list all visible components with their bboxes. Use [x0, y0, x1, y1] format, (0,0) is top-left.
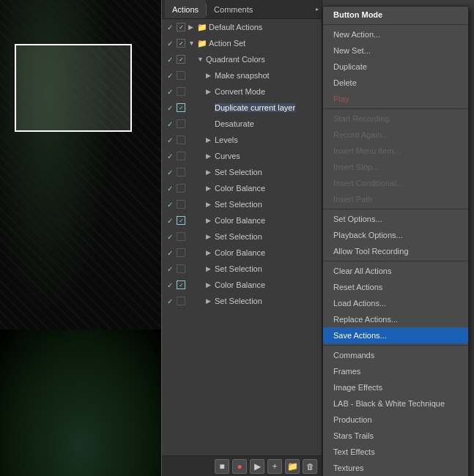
- menu-item-label: Delete: [333, 78, 357, 87]
- action-row[interactable]: ✓▶Set Selection: [162, 261, 322, 277]
- expand-arrow[interactable]: ▶: [206, 249, 213, 256]
- menu-item-stars-trails[interactable]: Stars Trails: [323, 428, 468, 444]
- action-row[interactable]: ✓▶Make snapshot: [162, 67, 322, 83]
- tab-comments[interactable]: Comments: [207, 0, 260, 18]
- menu-separator: [323, 345, 468, 346]
- action-row[interactable]: ✓✓▼📁Action Set: [162, 35, 322, 51]
- checkbox[interactable]: [177, 232, 185, 241]
- expand-arrow[interactable]: ▶: [206, 136, 213, 144]
- menu-item-label: Insert Path: [333, 195, 372, 204]
- menu-item-reset-actions[interactable]: Reset Actions: [323, 279, 468, 295]
- menu-item-set-options---[interactable]: Set Options...: [323, 211, 468, 227]
- new-action-button[interactable]: +: [267, 459, 282, 474]
- expand-arrow[interactable]: ▶: [206, 281, 213, 289]
- menu-separator: [323, 108, 468, 109]
- action-label: Levels: [215, 135, 238, 144]
- expand-arrow[interactable]: ▶: [206, 265, 213, 272]
- menu-item-text-effects[interactable]: Text Effects: [323, 444, 468, 460]
- new-set-button[interactable]: 📁: [285, 459, 300, 474]
- checkbox[interactable]: [177, 248, 185, 257]
- action-row[interactable]: ✓▶Set Selection: [162, 196, 322, 212]
- action-row[interactable]: ✓▶Color Balance: [162, 245, 322, 261]
- expand-arrow[interactable]: ▶: [206, 88, 213, 95]
- menu-item-new-set---[interactable]: New Set...: [323, 42, 468, 59]
- menu-item-commands[interactable]: Commands: [323, 347, 468, 363]
- menu-item-record-again---: Record Again...: [323, 127, 468, 143]
- checkbox[interactable]: [177, 200, 185, 209]
- play-button[interactable]: ▶: [250, 459, 264, 474]
- action-row[interactable]: ✓▶Convert Mode: [162, 83, 322, 100]
- checkbox[interactable]: [177, 152, 185, 160]
- menu-item-textures[interactable]: Textures: [323, 460, 468, 476]
- menu-item-label: Insert Stop...: [333, 163, 379, 171]
- action-row[interactable]: ✓▶Color Balance: [162, 180, 322, 196]
- menu-item-label: Insert Conditional...: [333, 179, 403, 187]
- checkbox[interactable]: [177, 87, 185, 96]
- checkbox[interactable]: ✓: [177, 23, 185, 31]
- menu-item-allow-tool-recording[interactable]: Allow Tool Recording: [323, 243, 468, 259]
- checkbox[interactable]: ✓: [177, 39, 185, 48]
- delete-button[interactable]: 🗑: [303, 459, 317, 474]
- action-row[interactable]: ✓Desaturate: [162, 116, 322, 132]
- expand-arrow[interactable]: ▶: [206, 201, 213, 208]
- menu-item-image-effects[interactable]: Image Effects: [323, 379, 468, 395]
- expand-arrow[interactable]: ▶: [206, 72, 213, 79]
- check-mark: ✓: [165, 233, 175, 241]
- expand-arrow[interactable]: ▶: [206, 297, 213, 305]
- action-row[interactable]: ✓✓Duplicate current layer: [162, 100, 322, 116]
- tab-actions[interactable]: Actions: [165, 0, 206, 18]
- menu-item-label: Start Recording: [333, 114, 389, 123]
- action-row[interactable]: ✓▶Set Selection: [162, 228, 322, 245]
- checkbox[interactable]: ✓: [177, 216, 185, 225]
- action-row[interactable]: ✓▶Set Selection: [162, 164, 322, 180]
- record-button[interactable]: ●: [232, 459, 247, 474]
- expand-arrow[interactable]: ▶: [206, 152, 213, 160]
- menu-item-new-action---[interactable]: New Action...: [323, 26, 468, 42]
- collapse-icon[interactable]: ▸: [316, 6, 319, 12]
- action-row[interactable]: ✓▶Set Selection: [162, 293, 322, 309]
- checkbox[interactable]: [177, 297, 185, 305]
- menu-item-playback-options---[interactable]: Playback Options...: [323, 227, 468, 243]
- expand-arrow[interactable]: ▶: [188, 23, 196, 31]
- menu-item-label: Play: [333, 94, 349, 103]
- action-row[interactable]: ✓✓▼Quadrant Colors: [162, 51, 322, 67]
- menu-item-label: Frames: [333, 367, 360, 376]
- menu-item-production[interactable]: Production: [323, 412, 468, 428]
- expand-arrow[interactable]: ▼: [197, 56, 204, 63]
- expand-arrow[interactable]: ▶: [206, 168, 213, 176]
- checkbox[interactable]: [177, 264, 185, 273]
- stop-button[interactable]: ■: [215, 459, 229, 474]
- menu-item-label: Image Effects: [333, 383, 382, 392]
- action-row[interactable]: ✓✓▶📁Default Actions: [162, 19, 322, 35]
- menu-item-frames[interactable]: Frames: [323, 363, 468, 379]
- menu-separator: [323, 261, 468, 261]
- checkbox[interactable]: [177, 184, 185, 193]
- menu-item-button-mode[interactable]: Button Mode: [323, 7, 468, 23]
- action-row[interactable]: ✓▶Levels: [162, 132, 322, 148]
- expand-arrow[interactable]: ▶: [206, 185, 213, 192]
- checkbox[interactable]: [177, 71, 185, 80]
- expand-arrow[interactable]: ▶: [206, 217, 213, 224]
- menu-item-label: Insert Menu Item...: [333, 146, 401, 155]
- checkbox[interactable]: [177, 135, 185, 144]
- action-row[interactable]: ✓✓▶Color Balance: [162, 277, 322, 293]
- checkbox[interactable]: ✓: [177, 280, 185, 289]
- checkbox[interactable]: ✓: [177, 103, 185, 112]
- menu-item-save-actions---[interactable]: Save Actions...: [323, 327, 468, 343]
- folder-icon: 📁: [197, 39, 207, 48]
- menu-item-duplicate[interactable]: Duplicate: [323, 59, 468, 75]
- checkbox[interactable]: [177, 168, 185, 176]
- menu-item-delete[interactable]: Delete: [323, 75, 468, 91]
- expand-arrow[interactable]: ▶: [206, 233, 213, 240]
- expand-arrow[interactable]: ▼: [188, 40, 196, 47]
- menu-item-lab---black---white-technique[interactable]: LAB - Black & White Technique: [323, 395, 468, 412]
- checkbox[interactable]: ✓: [177, 55, 185, 64]
- action-row[interactable]: ✓▶Curves: [162, 148, 322, 164]
- menu-item-replace-actions---[interactable]: Replace Actions...: [323, 311, 468, 327]
- menu-item-load-actions---[interactable]: Load Actions...: [323, 295, 468, 311]
- menu-item-label: Reset Actions: [333, 283, 382, 291]
- action-row[interactable]: ✓✓▶Color Balance: [162, 212, 322, 228]
- checkbox[interactable]: [177, 119, 185, 128]
- check-mark: ✓: [165, 249, 175, 257]
- menu-item-clear-all-actions[interactable]: Clear All Actions: [323, 263, 468, 279]
